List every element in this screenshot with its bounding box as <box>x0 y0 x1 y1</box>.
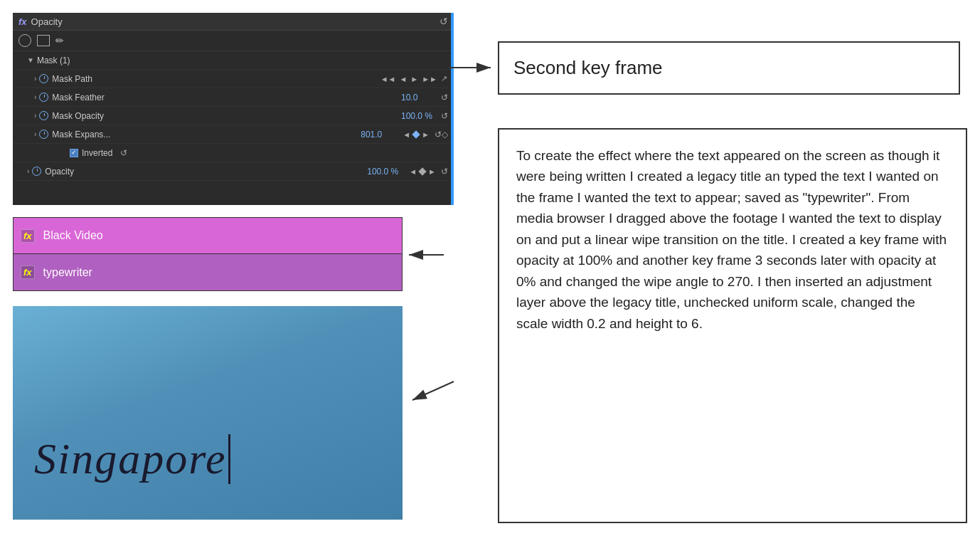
mask-feather-reset-icon[interactable]: ↺ <box>441 93 448 103</box>
kf-back2-icon[interactable]: ◄ <box>402 130 411 139</box>
op-keyframe-diamond-icon[interactable] <box>418 167 426 175</box>
mask-path-row: › Mask Path ◄◄ ◄ ► ►► ↗ <box>13 70 454 88</box>
description-text: To create the effect where the text appe… <box>516 145 949 334</box>
tracks-panel: fx Black Video fx typewriter <box>13 217 403 291</box>
mask-opacity-value[interactable]: 100.0 % <box>401 111 437 121</box>
op-kf-back-icon[interactable]: ◄ <box>408 167 417 176</box>
kf-roto-icon[interactable]: ↗ <box>440 74 448 83</box>
opacity-keyframe-controls: ◄ ► <box>408 167 437 176</box>
kf-play-icon[interactable]: ► <box>410 75 419 83</box>
keyframe-diamond-icon[interactable] <box>412 130 420 138</box>
arrow-to-preview <box>412 382 454 400</box>
mask-chevron-icon[interactable]: ▼ <box>27 56 34 64</box>
mask-path-stopwatch-icon[interactable] <box>39 74 48 83</box>
opacity-row: › Opacity 100.0 % ◄ ► ↺ <box>13 162 454 181</box>
opacity-reset-icon[interactable]: ↺ <box>441 167 448 177</box>
description-box: To create the effect where the text appe… <box>498 128 967 523</box>
mask-group-row[interactable]: ▼ Mask (1) <box>13 51 454 70</box>
mask-opacity-stopwatch-icon[interactable] <box>39 111 48 120</box>
inverted-checkbox[interactable] <box>70 149 78 157</box>
mask-expand-value[interactable]: 801.0 <box>361 130 396 140</box>
mask-expand-nav-icon[interactable]: ◇ <box>442 130 448 140</box>
ae-timeline-indicator <box>451 13 454 205</box>
kf-fwd-icon[interactable]: ►► <box>421 75 438 83</box>
mask-feather-value[interactable]: 10.0 <box>401 93 437 103</box>
opacity-label: Opacity <box>45 167 364 177</box>
black-video-track-name: Black Video <box>43 229 103 242</box>
black-video-track[interactable]: fx Black Video <box>13 217 403 254</box>
mask-feather-row: › Mask Feather 10.0 ↺ <box>13 88 454 107</box>
inverted-row: Inverted ↺ <box>13 144 454 162</box>
cursor-line <box>228 434 230 484</box>
mask-opacity-label: Mask Opacity <box>52 111 398 121</box>
rect-tool-icon[interactable] <box>37 35 50 46</box>
op-kf-fwd-icon[interactable]: ► <box>427 167 437 176</box>
preview-panel: Singapore <box>13 306 403 520</box>
ae-panel-title: Opacity <box>31 16 63 27</box>
opacity-stopwatch-icon[interactable] <box>32 167 41 176</box>
typewriter-track[interactable]: fx typewriter <box>13 254 403 291</box>
ae-panel-header: fx Opacity ↺ <box>13 13 454 31</box>
kf-back-icon[interactable]: ◄ <box>398 75 408 83</box>
mask-expand-chevron-icon[interactable]: › <box>34 130 36 138</box>
black-video-fx-badge: fx <box>21 229 35 243</box>
mask-feather-chevron-icon[interactable]: › <box>34 93 36 101</box>
mask-path-label: Mask Path <box>52 74 373 84</box>
mask-expand-keyframe-controls: ◄ ► <box>402 130 430 139</box>
inverted-label: Inverted <box>82 148 112 158</box>
second-keyframe-text: Second key frame <box>513 57 663 79</box>
mask-opacity-reset-icon[interactable]: ↺ <box>441 111 448 121</box>
ae-fx-badge: fx <box>18 16 27 27</box>
mask-expand-label: Mask Expans... <box>52 130 358 140</box>
mask-label: Mask (1) <box>37 56 448 65</box>
ae-reset-button[interactable]: ↺ <box>440 16 448 27</box>
mask-opacity-chevron-icon[interactable]: › <box>34 112 36 120</box>
typewriter-track-name: typewriter <box>43 266 92 279</box>
mask-opacity-row: › Mask Opacity 100.0 % ↺ <box>13 107 454 125</box>
opacity-chevron-icon[interactable]: › <box>27 167 29 175</box>
pen-tool-icon[interactable]: ✏ <box>55 35 64 46</box>
ae-effects-panel: fx Opacity ↺ ✏ ▼ Mask (1) › Mask Path ◄◄… <box>13 13 454 205</box>
mask-path-keyframe-controls: ◄◄ ◄ ► ►► ↗ <box>380 74 448 83</box>
ellipse-tool-icon[interactable] <box>18 34 31 47</box>
mask-expand-reset-icon[interactable]: ↺ <box>435 130 442 140</box>
opacity-value[interactable]: 100.0 % <box>367 167 403 177</box>
kf-fwd2-icon[interactable]: ► <box>421 130 430 139</box>
mask-feather-stopwatch-icon[interactable] <box>39 93 48 102</box>
kf-prev-icon[interactable]: ◄◄ <box>380 75 397 83</box>
singapore-preview-text: Singapore <box>34 433 230 484</box>
mask-feather-label: Mask Feather <box>52 93 398 103</box>
ae-tools-row: ✏ <box>13 31 454 51</box>
mask-path-chevron-icon[interactable]: › <box>34 75 36 83</box>
second-keyframe-label-box: Second key frame <box>498 41 960 95</box>
mask-expand-row: › Mask Expans... 801.0 ◄ ► ↺ ◇ <box>13 125 454 144</box>
mask-expand-stopwatch-icon[interactable] <box>39 130 48 139</box>
inverted-reset-icon[interactable]: ↺ <box>120 148 127 158</box>
typewriter-fx-badge: fx <box>21 266 35 279</box>
